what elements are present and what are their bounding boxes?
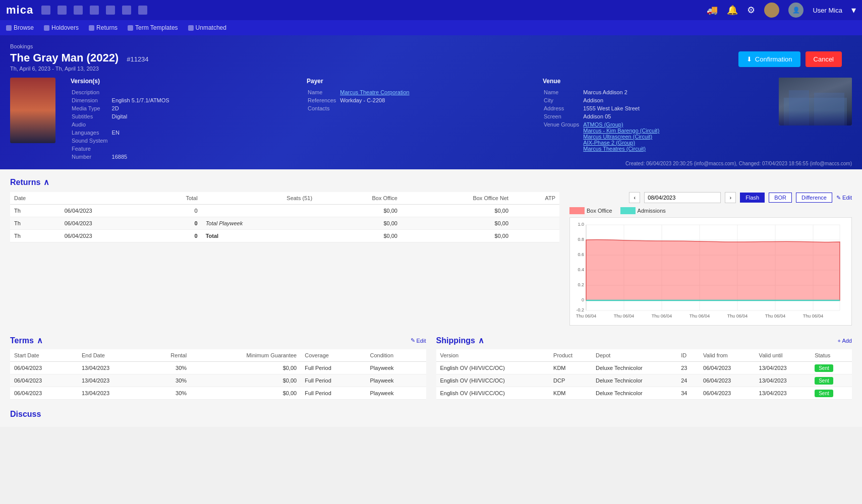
header-info: Version(s) Description DimensionEnglish … [10, 78, 852, 161]
svg-text:0.6: 0.6 [578, 252, 584, 257]
payer-name-link[interactable]: Marcus Theatre Corporation [340, 89, 409, 95]
cancel-button[interactable]: Cancel [806, 51, 842, 67]
col-seats: Seats (51) [202, 192, 316, 205]
user-portrait[interactable]: 👤 [788, 3, 803, 18]
chart-tab-flash[interactable]: Flash [740, 193, 765, 203]
ship-r2-version: English OV (HI/VI/CC/OC) [436, 374, 550, 387]
chart-tab-difference[interactable]: Difference [796, 193, 832, 203]
venue-group-5[interactable]: Marcus Theatres (Circuit) [583, 146, 646, 152]
user-dropdown-icon[interactable]: ▾ [851, 5, 856, 16]
avatar-circle[interactable] [764, 3, 779, 18]
row3-total: 0 [151, 230, 202, 242]
ship-col-status: Status [811, 349, 852, 362]
chart-edit-btn[interactable]: ✎ Edit [836, 195, 852, 201]
shippings-collapse-icon[interactable]: ∧ [478, 336, 484, 345]
row1-day: Th [10, 205, 61, 217]
nav-icon-2[interactable] [58, 6, 67, 15]
subnav-holdovers[interactable]: Holdovers [44, 24, 79, 31]
unmatched-checkbox[interactable] [188, 25, 194, 31]
version-number-value: 16885 [112, 153, 173, 160]
ship-r1-version: English OV (HI/VI/CC/OC) [436, 362, 550, 374]
returns-section: Returns ∧ Date Total Seats (51) Box Offi… [10, 177, 852, 326]
row2-total: 0 [151, 217, 202, 230]
user-label[interactable]: User Mica [813, 7, 842, 14]
subnav-browse[interactable]: Browse [6, 24, 34, 31]
chart-next-btn[interactable]: › [725, 192, 736, 203]
col-boxoffice-net: Box Office Net [401, 192, 512, 205]
svg-text:Thu 06/04: Thu 06/04 [727, 313, 748, 319]
version-table: Description DimensionEnglish 5.1/7.1/ATM… [71, 88, 174, 161]
returns-collapse-icon[interactable]: ∧ [43, 177, 49, 187]
table-row: Th 06/04/2023 0 $0,00 $0,00 [10, 205, 559, 217]
subnav-returns[interactable]: Returns [89, 24, 118, 31]
ship-col-depot: Depot [592, 349, 677, 362]
returns-chart-container: ‹ › Flash BOR Difference ✎ Edit Box Offi… [569, 192, 852, 326]
status-badge: Sent [815, 364, 833, 372]
status-badge: Sent [815, 390, 833, 397]
venue-building-svg [779, 78, 852, 125]
shippings-add-button[interactable]: + Add [838, 338, 852, 344]
returns-checkbox[interactable] [89, 25, 94, 31]
col-boxoffice: Box Office [316, 192, 401, 205]
venue-group-4[interactable]: AIX-Phase 2 (Group) [583, 140, 635, 146]
chart-prev-btn[interactable]: ‹ [629, 192, 640, 203]
version-audio-value [112, 121, 173, 128]
booking-id: #11234 [127, 55, 148, 63]
subnav-term-templates[interactable]: Term Templates [128, 24, 178, 31]
venue-group-3[interactable]: Marcus Ultrascreen (Circuit) [583, 134, 652, 140]
svg-text:Thu 06/04: Thu 06/04 [689, 313, 710, 319]
ship-r1-validuntil: 13/04/2023 [755, 362, 811, 374]
nav-icon-3[interactable] [74, 6, 83, 15]
main-content: Returns ∧ Date Total Seats (51) Box Offi… [0, 169, 862, 427]
row2-atp [512, 217, 559, 230]
shippings-table: Version Product Depot ID Valid from Vali… [436, 349, 852, 400]
venue-group-2[interactable]: Marcus - Kim Barengo (Circuit) [583, 128, 659, 134]
terms-col-start: Start Date [10, 349, 78, 362]
ship-r2-status: Sent [811, 374, 852, 387]
app-logo[interactable]: mica [6, 4, 33, 17]
terms-edit-button[interactable]: ✎ Edit [411, 337, 426, 344]
row3-bon: $0,00 [401, 230, 512, 242]
browse-checkbox[interactable] [6, 25, 12, 31]
ship-r1-product: KDM [549, 362, 592, 374]
chart-controls: ‹ › Flash BOR Difference ✎ Edit [569, 192, 852, 203]
truck-icon[interactable]: 🚚 [707, 5, 718, 16]
nav-icon-6[interactable] [122, 6, 131, 15]
payer-table: Name Marcus Theatre Corporation Referenc… [307, 88, 414, 113]
nav-icon-row [41, 6, 707, 15]
ship-col-version: Version [436, 349, 550, 362]
version-dim-label: Dimension [72, 97, 111, 104]
chart-date-input[interactable] [644, 192, 721, 203]
payer-block: Payer Name Marcus Theatre Corporation Re… [307, 78, 528, 113]
bell-icon[interactable]: 🔔 [727, 5, 738, 16]
terms-col-condition: Condition [366, 349, 426, 362]
term-templates-label: Term Templates [135, 24, 178, 31]
ship-r3-status: Sent [811, 387, 852, 400]
venue-groups-list: ATMOS (Group) Marcus - Kim Barengo (Circ… [583, 121, 662, 152]
venue-group-1[interactable]: ATMOS (Group) [583, 121, 623, 128]
terms-collapse-icon[interactable]: ∧ [37, 336, 43, 345]
holdovers-checkbox[interactable] [44, 25, 49, 31]
subnav-unmatched[interactable]: Unmatched [188, 24, 226, 31]
confirmation-button[interactable]: ⬇ Confirmation [738, 51, 800, 67]
row1-bon: $0,00 [401, 205, 512, 217]
terms-r1-condition: Playweek [366, 362, 426, 374]
nav-icon-1[interactable] [41, 6, 50, 15]
gear-icon[interactable]: ⚙ [747, 5, 755, 16]
nav-icon-5[interactable] [106, 6, 115, 15]
venue-screen-label: Screen [544, 113, 582, 120]
booking-title: The Gray Man (2022) [10, 51, 119, 65]
payer-contacts-value [340, 105, 412, 112]
row1-total: 0 [151, 205, 202, 217]
row3-label: Total [202, 230, 316, 242]
returns-chart-svg: 1.0 0.8 0.6 0.4 0.2 0 -0.2 [570, 218, 842, 324]
row1-seats [202, 205, 316, 217]
ship-r2-product: DCP [549, 374, 592, 387]
ship-r2-validuntil: 13/04/2023 [755, 374, 811, 387]
nav-icon-4[interactable] [90, 6, 99, 15]
chart-tab-bor[interactable]: BOR [769, 193, 792, 203]
version-dim-value: English 5.1/7.1/ATMOS [112, 97, 173, 104]
terms-r1-end: 13/04/2023 [78, 362, 145, 374]
nav-icon-7[interactable] [138, 6, 147, 15]
term-templates-checkbox[interactable] [128, 25, 133, 31]
